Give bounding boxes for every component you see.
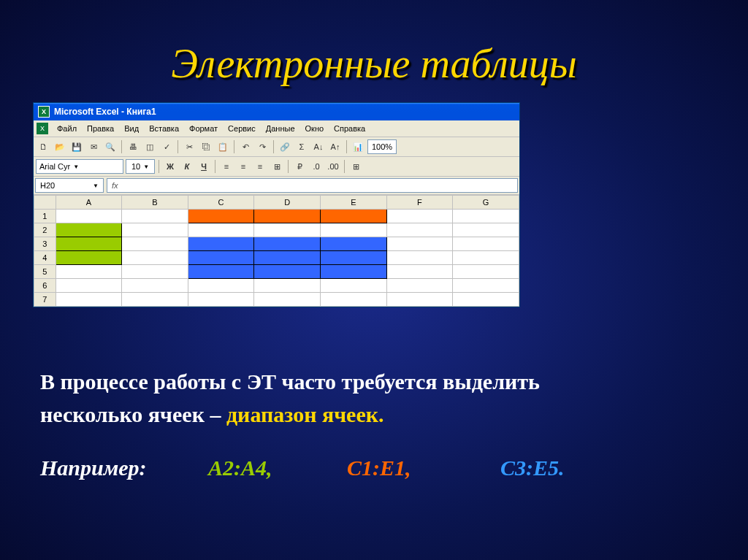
cell-e2[interactable]: [321, 223, 387, 237]
autosum-icon[interactable]: Σ: [294, 139, 309, 154]
menu-format[interactable]: Формат: [185, 123, 222, 134]
cell-a7[interactable]: [56, 293, 122, 307]
cell-d6[interactable]: [254, 279, 321, 293]
sort-asc-icon[interactable]: A↓: [311, 139, 326, 154]
paste-icon[interactable]: 📋: [215, 139, 230, 154]
cell-g4[interactable]: [453, 251, 519, 265]
increase-decimal-icon[interactable]: .0: [309, 159, 324, 174]
col-header-c[interactable]: C: [188, 196, 254, 210]
row-header-6[interactable]: 6: [34, 279, 56, 293]
email-icon[interactable]: ✉: [86, 139, 101, 154]
menu-insert[interactable]: Вставка: [145, 123, 183, 134]
cell-a5[interactable]: [56, 265, 122, 279]
undo-icon[interactable]: ↶: [238, 139, 253, 154]
menu-window[interactable]: Окно: [301, 123, 329, 134]
align-left-icon[interactable]: ≡: [219, 159, 234, 174]
cell-d3[interactable]: [254, 237, 321, 251]
cell-f7[interactable]: [386, 293, 453, 307]
cell-c4[interactable]: [188, 251, 254, 265]
cell-c6[interactable]: [188, 279, 254, 293]
redo-icon[interactable]: ↷: [255, 139, 270, 154]
cell-e7[interactable]: [321, 293, 387, 307]
row-header-5[interactable]: 5: [34, 265, 56, 279]
col-header-a[interactable]: A: [56, 196, 122, 210]
cell-g2[interactable]: [453, 223, 519, 237]
currency-icon[interactable]: ₽: [292, 159, 307, 174]
cell-d2[interactable]: [254, 223, 321, 237]
new-file-icon[interactable]: 🗋: [36, 139, 50, 154]
cell-a6[interactable]: [56, 279, 122, 293]
spreadsheet-grid[interactable]: A B C D E F G 1 2: [34, 195, 519, 307]
cell-e5[interactable]: [321, 265, 387, 279]
zoom-box[interactable]: 100%: [367, 139, 397, 154]
borders-icon[interactable]: ⊞: [348, 159, 363, 174]
cell-f1[interactable]: [386, 210, 453, 223]
cell-f3[interactable]: [386, 237, 453, 251]
underline-icon[interactable]: Ч: [196, 159, 211, 174]
cell-f4[interactable]: [386, 251, 453, 265]
cell-a3[interactable]: [56, 237, 122, 251]
row-header-4[interactable]: 4: [34, 251, 56, 265]
cell-d4[interactable]: [254, 251, 321, 265]
cell-b3[interactable]: [122, 237, 188, 251]
cell-f5[interactable]: [386, 265, 453, 279]
cut-icon[interactable]: ✂: [182, 139, 196, 154]
cell-f6[interactable]: [386, 279, 453, 293]
menu-data[interactable]: Данные: [262, 123, 299, 134]
cell-b2[interactable]: [122, 223, 188, 237]
open-file-icon[interactable]: 📂: [53, 139, 67, 154]
cell-a2[interactable]: [56, 223, 122, 237]
cell-c2[interactable]: [188, 223, 254, 237]
cell-e3[interactable]: [321, 237, 387, 251]
cell-a1[interactable]: [56, 210, 122, 223]
cell-b5[interactable]: [122, 265, 188, 279]
cell-g5[interactable]: [453, 265, 519, 279]
menu-edit[interactable]: Правка: [83, 123, 118, 134]
cell-b6[interactable]: [122, 279, 188, 293]
italic-icon[interactable]: К: [180, 159, 194, 174]
align-right-icon[interactable]: ≡: [253, 159, 267, 174]
menu-help[interactable]: Справка: [329, 123, 370, 134]
cell-d1[interactable]: [254, 210, 321, 223]
chart-wizard-icon[interactable]: 📊: [351, 139, 365, 154]
cell-d7[interactable]: [254, 293, 321, 307]
copy-icon[interactable]: ⿻: [199, 139, 213, 154]
search-icon[interactable]: 🔍: [103, 139, 118, 154]
font-size-box[interactable]: 10 ▼: [126, 159, 155, 174]
print-preview-icon[interactable]: ◫: [142, 139, 157, 154]
align-center-icon[interactable]: ≡: [236, 159, 251, 174]
cell-a4[interactable]: [56, 251, 122, 265]
cell-g1[interactable]: [453, 210, 519, 223]
name-box[interactable]: H20 ▼: [35, 178, 104, 193]
cell-b1[interactable]: [122, 210, 188, 223]
decrease-decimal-icon[interactable]: .00: [326, 159, 340, 174]
cell-e6[interactable]: [321, 279, 387, 293]
font-name-box[interactable]: Arial Cyr ▼: [36, 159, 123, 174]
print-icon[interactable]: 🖶: [126, 139, 140, 154]
save-icon[interactable]: 💾: [69, 139, 84, 154]
select-all-corner[interactable]: [34, 196, 56, 210]
merge-cells-icon[interactable]: ⊞: [270, 159, 284, 174]
row-header-7[interactable]: 7: [34, 293, 56, 307]
cell-g3[interactable]: [453, 237, 519, 251]
row-header-1[interactable]: 1: [34, 210, 56, 223]
menu-tools[interactable]: Сервис: [224, 123, 260, 134]
cell-e4[interactable]: [321, 251, 387, 265]
cell-c7[interactable]: [188, 293, 254, 307]
cell-c5[interactable]: [188, 265, 254, 279]
menu-view[interactable]: Вид: [120, 123, 143, 134]
cell-b4[interactable]: [122, 251, 188, 265]
cell-g6[interactable]: [453, 279, 519, 293]
row-header-3[interactable]: 3: [34, 237, 56, 251]
spellcheck-icon[interactable]: ✓: [159, 139, 174, 154]
cell-e1[interactable]: [321, 210, 387, 223]
row-header-2[interactable]: 2: [34, 223, 56, 237]
formula-bar[interactable]: fx: [107, 178, 518, 193]
col-header-e[interactable]: E: [321, 196, 387, 210]
bold-icon[interactable]: Ж: [163, 159, 178, 174]
cell-d5[interactable]: [254, 265, 321, 279]
cell-c3[interactable]: [188, 237, 254, 251]
cell-c1[interactable]: [188, 210, 254, 223]
cell-g7[interactable]: [453, 293, 519, 307]
cell-b7[interactable]: [122, 293, 188, 307]
